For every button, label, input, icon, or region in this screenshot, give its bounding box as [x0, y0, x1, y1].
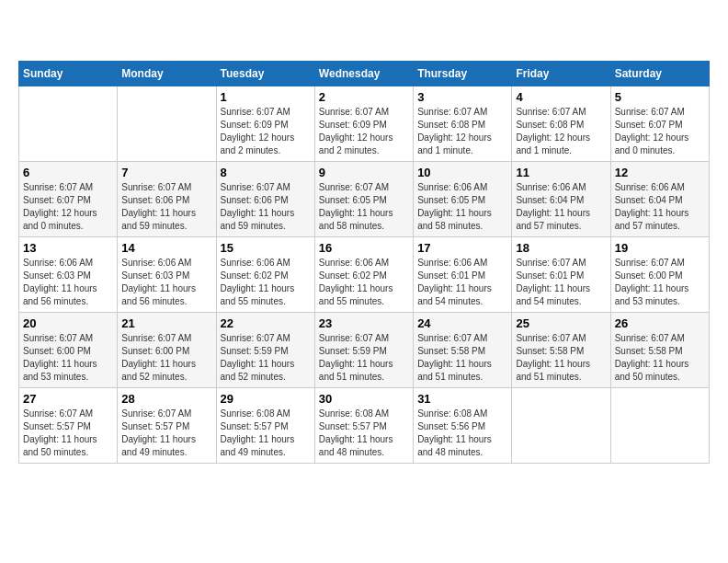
calendar-cell: 10Sunrise: 6:06 AM Sunset: 6:05 PM Dayli…: [414, 162, 512, 237]
day-number: 29: [221, 392, 311, 406]
calendar-cell: 16Sunrise: 6:06 AM Sunset: 6:02 PM Dayli…: [314, 237, 413, 313]
calendar-cell: 20Sunrise: 6:07 AM Sunset: 6:00 PM Dayli…: [19, 313, 118, 388]
calendar-cell: 12Sunrise: 6:06 AM Sunset: 6:04 PM Dayli…: [610, 162, 709, 237]
calendar-cell: 18Sunrise: 6:07 AM Sunset: 6:01 PM Dayli…: [512, 237, 610, 313]
day-info: Sunrise: 6:07 AM Sunset: 6:08 PM Dayligh…: [516, 106, 606, 157]
calendar-cell: 11Sunrise: 6:06 AM Sunset: 6:04 PM Dayli…: [512, 162, 610, 237]
day-info: Sunrise: 6:07 AM Sunset: 5:58 PM Dayligh…: [615, 332, 705, 384]
calendar-cell: 21Sunrise: 6:07 AM Sunset: 6:00 PM Dayli…: [118, 313, 216, 388]
calendar-cell: 23Sunrise: 6:07 AM Sunset: 5:59 PM Dayli…: [314, 313, 413, 388]
day-info: Sunrise: 6:06 AM Sunset: 6:02 PM Dayligh…: [221, 257, 311, 308]
day-info: Sunrise: 6:06 AM Sunset: 6:03 PM Dayligh…: [23, 257, 113, 308]
calendar-cell: 29Sunrise: 6:08 AM Sunset: 5:57 PM Dayli…: [216, 388, 314, 464]
calendar-week-2: 6Sunrise: 6:07 AM Sunset: 6:07 PM Daylig…: [19, 162, 710, 237]
weekday-header-friday: Friday: [512, 62, 610, 86]
calendar-cell: 26Sunrise: 6:07 AM Sunset: 5:58 PM Dayli…: [610, 313, 709, 388]
weekday-header-row: SundayMondayTuesdayWednesdayThursdayFrid…: [19, 62, 710, 86]
weekday-header-tuesday: Tuesday: [216, 62, 314, 86]
day-info: Sunrise: 6:07 AM Sunset: 6:05 PM Dayligh…: [319, 181, 409, 233]
day-number: 31: [417, 392, 507, 406]
day-info: Sunrise: 6:07 AM Sunset: 5:59 PM Dayligh…: [221, 332, 311, 384]
calendar-cell: 15Sunrise: 6:06 AM Sunset: 6:02 PM Dayli…: [216, 237, 314, 313]
day-info: Sunrise: 6:07 AM Sunset: 6:00 PM Dayligh…: [615, 257, 705, 308]
calendar-cell: [118, 86, 216, 162]
day-info: Sunrise: 6:08 AM Sunset: 5:57 PM Dayligh…: [221, 408, 311, 459]
day-info: Sunrise: 6:07 AM Sunset: 5:58 PM Dayligh…: [417, 332, 507, 384]
day-info: Sunrise: 6:07 AM Sunset: 6:00 PM Dayligh…: [121, 332, 211, 384]
day-info: Sunrise: 6:07 AM Sunset: 5:59 PM Dayligh…: [319, 332, 409, 384]
day-info: Sunrise: 6:06 AM Sunset: 6:01 PM Dayligh…: [417, 257, 507, 308]
day-number: 2: [319, 90, 409, 104]
day-number: 23: [319, 316, 409, 330]
day-info: Sunrise: 6:07 AM Sunset: 6:07 PM Dayligh…: [615, 106, 705, 157]
weekday-header-thursday: Thursday: [414, 62, 512, 86]
calendar-cell: 4Sunrise: 6:07 AM Sunset: 6:08 PM Daylig…: [512, 86, 610, 162]
logo-icon: [18, 18, 51, 52]
day-number: 25: [516, 316, 606, 330]
day-info: Sunrise: 6:08 AM Sunset: 5:56 PM Dayligh…: [417, 408, 507, 459]
day-number: 26: [615, 316, 705, 330]
day-number: 28: [121, 392, 211, 406]
day-number: 14: [121, 241, 211, 255]
day-number: 16: [319, 241, 409, 255]
day-info: Sunrise: 6:07 AM Sunset: 5:57 PM Dayligh…: [23, 408, 113, 459]
day-info: Sunrise: 6:07 AM Sunset: 5:58 PM Dayligh…: [516, 332, 606, 384]
day-info: Sunrise: 6:07 AM Sunset: 6:08 PM Dayligh…: [417, 106, 507, 157]
page-header: [18, 18, 710, 52]
day-number: 27: [23, 392, 113, 406]
calendar-week-3: 13Sunrise: 6:06 AM Sunset: 6:03 PM Dayli…: [19, 237, 710, 313]
day-number: 10: [417, 166, 507, 179]
calendar-cell: [512, 388, 610, 464]
calendar-cell: 19Sunrise: 6:07 AM Sunset: 6:00 PM Dayli…: [610, 237, 709, 313]
day-number: 17: [417, 241, 507, 255]
calendar-week-1: 1Sunrise: 6:07 AM Sunset: 6:09 PM Daylig…: [19, 86, 710, 162]
calendar-cell: 14Sunrise: 6:06 AM Sunset: 6:03 PM Dayli…: [118, 237, 216, 313]
day-number: 21: [121, 316, 211, 330]
calendar-cell: 5Sunrise: 6:07 AM Sunset: 6:07 PM Daylig…: [610, 86, 709, 162]
calendar-cell: [610, 388, 709, 464]
day-number: 20: [23, 316, 113, 330]
day-number: 4: [516, 90, 606, 104]
day-info: Sunrise: 6:07 AM Sunset: 6:01 PM Dayligh…: [516, 257, 606, 308]
day-info: Sunrise: 6:07 AM Sunset: 6:06 PM Dayligh…: [221, 181, 311, 233]
calendar-week-5: 27Sunrise: 6:07 AM Sunset: 5:57 PM Dayli…: [19, 388, 710, 464]
calendar-cell: 8Sunrise: 6:07 AM Sunset: 6:06 PM Daylig…: [216, 162, 314, 237]
calendar-cell: 17Sunrise: 6:06 AM Sunset: 6:01 PM Dayli…: [414, 237, 512, 313]
calendar-cell: 9Sunrise: 6:07 AM Sunset: 6:05 PM Daylig…: [314, 162, 413, 237]
weekday-header-monday: Monday: [118, 62, 216, 86]
day-number: 24: [417, 316, 507, 330]
calendar-cell: 13Sunrise: 6:06 AM Sunset: 6:03 PM Dayli…: [19, 237, 118, 313]
day-number: 30: [319, 392, 409, 406]
calendar-cell: 28Sunrise: 6:07 AM Sunset: 5:57 PM Dayli…: [118, 388, 216, 464]
day-info: Sunrise: 6:06 AM Sunset: 6:03 PM Dayligh…: [121, 257, 211, 308]
logo: [18, 18, 55, 52]
day-number: 12: [615, 166, 705, 179]
day-number: 9: [319, 166, 409, 179]
day-info: Sunrise: 6:07 AM Sunset: 6:00 PM Dayligh…: [23, 332, 113, 384]
calendar-cell: 27Sunrise: 6:07 AM Sunset: 5:57 PM Dayli…: [19, 388, 118, 464]
day-info: Sunrise: 6:07 AM Sunset: 6:07 PM Dayligh…: [23, 181, 113, 233]
day-number: 15: [221, 241, 311, 255]
day-info: Sunrise: 6:06 AM Sunset: 6:04 PM Dayligh…: [516, 181, 606, 233]
calendar-cell: 25Sunrise: 6:07 AM Sunset: 5:58 PM Dayli…: [512, 313, 610, 388]
calendar-cell: 22Sunrise: 6:07 AM Sunset: 5:59 PM Dayli…: [216, 313, 314, 388]
calendar-cell: 2Sunrise: 6:07 AM Sunset: 6:09 PM Daylig…: [314, 86, 413, 162]
day-number: 3: [417, 90, 507, 104]
calendar-cell: 30Sunrise: 6:08 AM Sunset: 5:57 PM Dayli…: [314, 388, 413, 464]
calendar-cell: 24Sunrise: 6:07 AM Sunset: 5:58 PM Dayli…: [414, 313, 512, 388]
calendar-week-4: 20Sunrise: 6:07 AM Sunset: 6:00 PM Dayli…: [19, 313, 710, 388]
day-number: 18: [516, 241, 606, 255]
day-info: Sunrise: 6:07 AM Sunset: 6:06 PM Dayligh…: [121, 181, 211, 233]
day-info: Sunrise: 6:07 AM Sunset: 6:09 PM Dayligh…: [319, 106, 409, 157]
calendar-cell: 7Sunrise: 6:07 AM Sunset: 6:06 PM Daylig…: [118, 162, 216, 237]
day-number: 22: [221, 316, 311, 330]
day-number: 19: [615, 241, 705, 255]
day-info: Sunrise: 6:07 AM Sunset: 6:09 PM Dayligh…: [221, 106, 311, 157]
day-number: 1: [221, 90, 311, 104]
day-info: Sunrise: 6:08 AM Sunset: 5:57 PM Dayligh…: [319, 408, 409, 459]
day-number: 13: [23, 241, 113, 255]
day-number: 5: [615, 90, 705, 104]
calendar-cell: 6Sunrise: 6:07 AM Sunset: 6:07 PM Daylig…: [19, 162, 118, 237]
weekday-header-wednesday: Wednesday: [314, 62, 413, 86]
calendar-table: SundayMondayTuesdayWednesdayThursdayFrid…: [18, 61, 710, 464]
